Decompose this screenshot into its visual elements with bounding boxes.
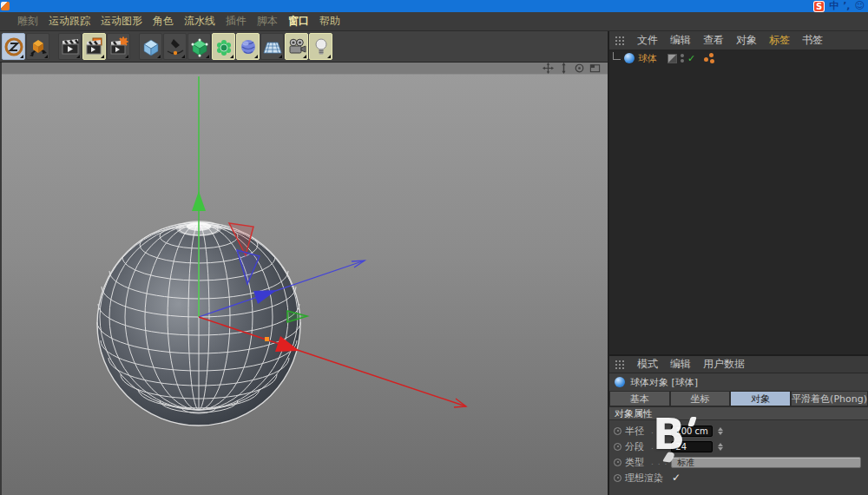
ime-toolbar[interactable]: S 中 ’, ☺ xyxy=(813,0,865,12)
panel-drag-handle-icon[interactable] xyxy=(615,360,625,370)
menu-help[interactable]: 帮助 xyxy=(319,14,340,29)
render-picture-viewer-icon xyxy=(84,36,105,57)
menu-plugins[interactable]: 插件 xyxy=(226,14,247,29)
attribute-tabs: 基本 坐标 对象 平滑着色(Phong) xyxy=(609,391,868,406)
pen-spline-button[interactable] xyxy=(163,33,187,60)
layer-toggle-icon[interactable] xyxy=(667,54,677,63)
render-view-icon xyxy=(60,36,81,57)
subdivision-cube-icon xyxy=(189,36,210,57)
ime-punctuation-toggle[interactable]: ’, xyxy=(843,0,850,12)
attribute-object-title: 球体对象 [球体] xyxy=(609,373,868,391)
leader-dots: . . . xyxy=(651,442,667,451)
object-properties-header: 对象属性 xyxy=(609,406,868,420)
om-menu-tags[interactable]: 标签 xyxy=(769,33,790,48)
am-menu-edit[interactable]: 编辑 xyxy=(670,357,691,372)
om-menu-bookmarks[interactable]: 书签 xyxy=(802,33,823,48)
keyframe-dot-icon[interactable] xyxy=(614,474,621,482)
field-sphere-icon xyxy=(238,36,259,57)
menu-script[interactable]: 脚本 xyxy=(257,14,278,29)
render-perfect-label: 理想渲染 xyxy=(625,472,668,485)
section-title: 对象属性 xyxy=(615,407,653,420)
undo-z-button[interactable] xyxy=(2,33,25,60)
pen-icon xyxy=(165,36,186,57)
render-settings-button[interactable] xyxy=(107,33,130,60)
object-manager-tree[interactable]: 球体 ✓ xyxy=(609,50,868,354)
om-menu-edit[interactable]: 编辑 xyxy=(670,33,691,48)
subdivision-surface-button[interactable] xyxy=(187,33,211,60)
add-cube-button[interactable] xyxy=(139,33,162,60)
segments-input[interactable]: 24 xyxy=(671,441,713,452)
deformer-button[interactable] xyxy=(212,33,235,60)
type-label: 类型 xyxy=(625,456,648,469)
light-button[interactable] xyxy=(309,33,332,60)
leader-dots: . . . xyxy=(651,426,667,435)
am-menu-mode[interactable]: 模式 xyxy=(637,357,658,372)
attribute-title-text: 球体对象 [球体] xyxy=(630,376,698,389)
axis-y-arrow[interactable] xyxy=(192,191,206,211)
right-panel: 文件 编辑 查看 对象 标签 书签 球体 ✓ 模式 编辑 用户数据 球体对象 [… xyxy=(608,31,868,495)
om-menu-file[interactable]: 文件 xyxy=(637,33,658,48)
menu-window[interactable]: 窗口 xyxy=(288,14,309,29)
segments-spinner[interactable] xyxy=(718,443,723,451)
light-bulb-icon xyxy=(311,36,332,57)
window-titlebar: S 中 ’, ☺ xyxy=(0,0,868,12)
panel-drag-handle-icon[interactable] xyxy=(615,36,625,46)
gizmo-orange-handle[interactable] xyxy=(265,337,269,341)
axis-cube-button[interactable] xyxy=(26,33,49,60)
main-menubar: 雕刻 运动跟踪 运动图形 角色 流水线 插件 脚本 窗口 帮助 xyxy=(0,12,868,31)
tab-coordinates[interactable]: 坐标 xyxy=(670,391,731,406)
radius-spinner[interactable] xyxy=(718,427,723,435)
leader-dots: . . . xyxy=(651,458,667,466)
viewport-canvas[interactable] xyxy=(2,63,608,495)
type-dropdown[interactable]: 标准 xyxy=(671,457,861,468)
render-perfect-checkbox[interactable]: ✓ xyxy=(672,472,681,484)
camera-button[interactable] xyxy=(285,33,308,60)
floor-button[interactable] xyxy=(260,33,284,60)
render-picture-viewer-button[interactable] xyxy=(82,33,106,60)
object-row-sphere[interactable]: 球体 ✓ xyxy=(609,50,868,66)
om-menu-view[interactable]: 查看 xyxy=(703,33,724,48)
render-view-button[interactable] xyxy=(58,33,82,60)
field-sphere-button[interactable] xyxy=(236,33,260,60)
om-menu-objects[interactable]: 对象 xyxy=(736,33,757,48)
viewport-pan-icon[interactable] xyxy=(542,63,554,74)
sphere-object-icon xyxy=(615,377,625,387)
field-type: 类型 . . . 标准 xyxy=(609,454,868,470)
sogou-ime-icon[interactable]: S xyxy=(813,1,825,12)
tab-phong[interactable]: 平滑着色(Phong) xyxy=(791,391,868,406)
tab-object[interactable]: 对象 xyxy=(730,391,791,406)
field-render-perfect: 理想渲染 ✓ xyxy=(609,470,868,485)
viewport-rotate-icon[interactable] xyxy=(574,63,585,74)
undo-z-icon xyxy=(3,36,24,57)
menu-mograph[interactable]: 运动图形 xyxy=(101,14,142,29)
menu-pipeline[interactable]: 流水线 xyxy=(184,14,215,29)
attribute-manager-menubar: 模式 编辑 用户数据 xyxy=(609,356,868,373)
cube-icon xyxy=(141,36,161,57)
tab-basic[interactable]: 基本 xyxy=(609,391,670,406)
object-manager-menubar: 文件 编辑 查看 对象 标签 书签 xyxy=(609,31,868,50)
viewport-zoom-icon[interactable] xyxy=(558,63,569,74)
tree-elbow-icon xyxy=(613,52,621,60)
keyframe-dot-icon[interactable] xyxy=(614,459,621,466)
floor-grid-icon xyxy=(262,36,283,57)
menu-sculpt[interactable]: 雕刻 xyxy=(17,14,38,29)
object-name[interactable]: 球体 xyxy=(638,52,657,65)
attribute-rows: 半径 . . . 100 cm 分段 . . . 24 类型 . . . 标准 … xyxy=(609,420,868,485)
sphere-object-icon[interactable] xyxy=(624,53,635,63)
menu-character[interactable]: 角色 xyxy=(153,14,174,29)
radius-label: 半径 xyxy=(625,425,648,438)
am-menu-userdata[interactable]: 用户数据 xyxy=(703,357,745,372)
segments-label: 分段 xyxy=(625,440,648,453)
viewport-3d[interactable] xyxy=(0,63,608,495)
radius-input[interactable]: 100 cm xyxy=(671,426,713,437)
phong-tag-icon[interactable] xyxy=(704,53,715,63)
keyframe-dot-icon[interactable] xyxy=(614,443,621,451)
deformer-flower-icon xyxy=(214,36,234,57)
menu-motion-tracking[interactable]: 运动跟踪 xyxy=(49,14,90,29)
keyframe-dot-icon[interactable] xyxy=(614,427,621,435)
ime-emoji-icon[interactable]: ☺ xyxy=(855,0,865,12)
enable-check-icon[interactable]: ✓ xyxy=(687,53,695,64)
visibility-dots-icon[interactable] xyxy=(681,54,684,63)
viewport-toggle-icon[interactable] xyxy=(589,63,601,74)
ime-language-toggle[interactable]: 中 xyxy=(829,0,838,12)
